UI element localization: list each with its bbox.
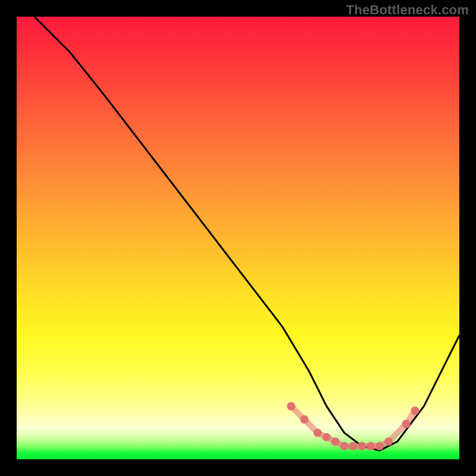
svg-point-9	[375, 442, 384, 450]
svg-point-3	[322, 433, 331, 441]
svg-point-5	[340, 442, 349, 450]
salmon-dots	[287, 402, 419, 450]
watermark-text: TheBottleneck.com	[346, 2, 469, 18]
chart-frame: TheBottleneck.com	[0, 0, 476, 476]
black-curve	[35, 17, 459, 450]
svg-point-10	[384, 437, 393, 446]
svg-point-7	[358, 442, 366, 450]
svg-point-11	[402, 420, 411, 428]
plot-area	[17, 17, 459, 459]
chart-svg	[17, 17, 459, 459]
svg-point-8	[367, 442, 375, 450]
svg-point-1	[300, 415, 309, 424]
svg-point-12	[411, 406, 419, 415]
svg-point-6	[349, 442, 357, 450]
svg-point-4	[331, 437, 340, 446]
svg-point-0	[287, 402, 295, 411]
svg-point-2	[314, 428, 322, 437]
